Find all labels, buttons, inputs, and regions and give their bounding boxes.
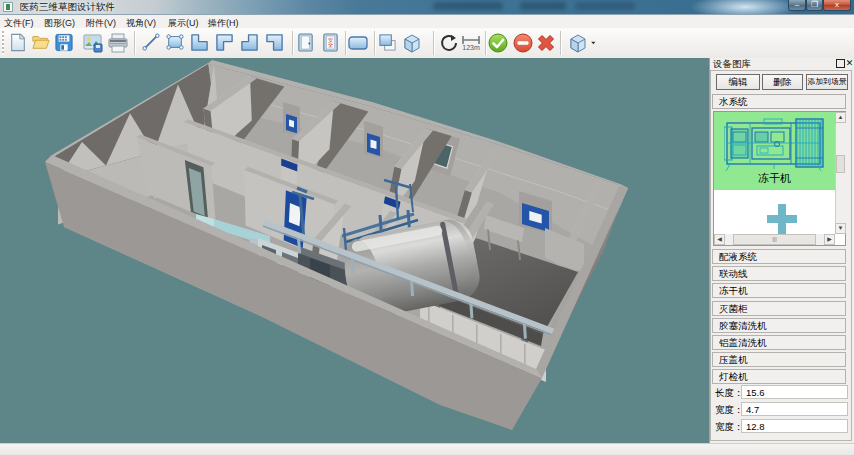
svg-text:123m: 123m (462, 44, 480, 51)
svg-text:全: 全 (328, 42, 333, 48)
